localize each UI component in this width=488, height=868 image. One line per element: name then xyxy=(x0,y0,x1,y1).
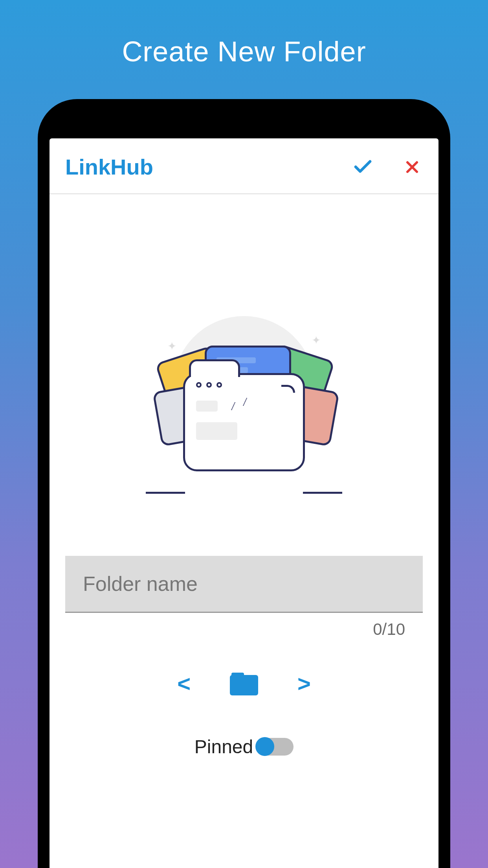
char-counter: 0/10 xyxy=(65,620,423,639)
close-icon xyxy=(403,158,422,177)
phone-screen: LinkHub ✦ ✦ xyxy=(50,138,438,868)
icon-selector: < > xyxy=(177,670,311,697)
close-button[interactable] xyxy=(401,156,423,178)
check-icon xyxy=(352,156,374,178)
prev-icon-button[interactable]: < xyxy=(177,670,191,697)
folder-icon xyxy=(230,672,258,695)
input-container: 0/10 xyxy=(65,556,423,639)
folder-illustration: ✦ ✦ ⟋⟋ xyxy=(146,308,342,513)
toggle-knob xyxy=(255,737,274,756)
folder-name-input[interactable] xyxy=(65,556,423,613)
pinned-label: Pinned xyxy=(194,736,253,758)
pinned-row: Pinned xyxy=(194,736,294,758)
confirm-button[interactable] xyxy=(352,156,374,178)
pinned-toggle[interactable] xyxy=(256,738,294,756)
content-area: ✦ ✦ ⟋⟋ xyxy=(50,194,438,868)
header-actions xyxy=(352,156,423,178)
next-icon-button[interactable]: > xyxy=(297,670,311,697)
app-title: LinkHub xyxy=(65,154,153,180)
app-header: LinkHub xyxy=(50,138,438,194)
phone-frame: LinkHub ✦ ✦ xyxy=(38,99,450,868)
page-title: Create New Folder xyxy=(122,35,366,68)
